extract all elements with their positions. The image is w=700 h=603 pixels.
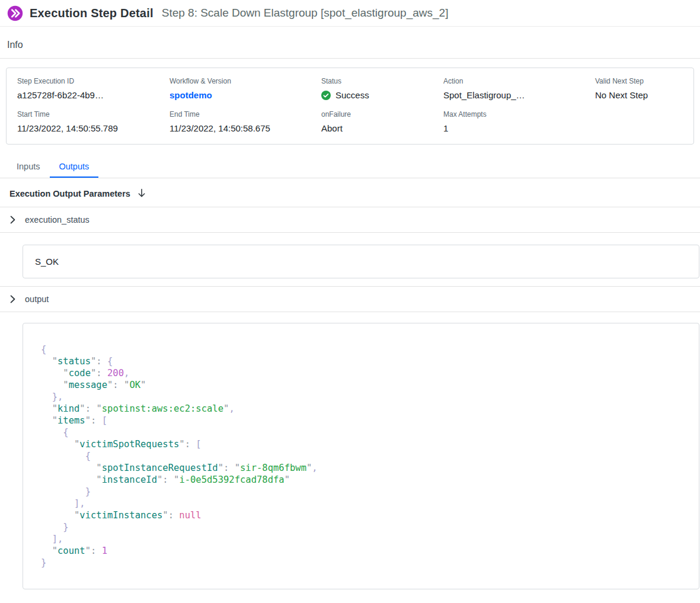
field-value: 11/23/2022, 14:50:58.675: [170, 123, 321, 133]
field-value: a125728f-6b22-4b9…: [17, 90, 170, 100]
tab-inputs[interactable]: Inputs: [7, 155, 50, 178]
field-status: Status Success: [321, 77, 443, 100]
field-label: Valid Next Step: [595, 77, 683, 85]
execution-status-value-box: S_OK: [23, 245, 699, 278]
field-value: 11/23/2022, 14:50:55.789: [17, 123, 170, 133]
field-end-time: End Time 11/23/2022, 14:50:58.675: [170, 110, 321, 133]
field-value: No Next Step: [595, 90, 683, 100]
field-label: Status: [321, 77, 443, 85]
download-arrow-icon[interactable]: [138, 188, 146, 198]
info-section-label: Info: [0, 27, 700, 59]
field-label: Step Execution ID: [17, 77, 170, 85]
field-label: onFailure: [321, 110, 443, 118]
field-workflow-version: Workflow & Version spotdemo: [170, 77, 321, 100]
page-subtitle: Step 8: Scale Down Elastgroup [spot_elas…: [162, 7, 449, 20]
page-title: Execution Step Detail: [30, 7, 154, 20]
field-value: Spot_Elastigroup_…: [443, 90, 595, 100]
output-json-code: { "status": { "code": 200, "message": "O…: [41, 344, 687, 569]
field-label: Max Attempts: [443, 110, 595, 118]
info-card: Step Execution ID a125728f-6b22-4b9… Wor…: [6, 68, 694, 145]
param-name: execution_status: [25, 215, 90, 224]
field-valid-next-step: Valid Next Step No Next Step: [595, 77, 683, 100]
output-json-box: { "status": { "code": 200, "message": "O…: [23, 323, 699, 589]
output-params-header: Execution Output Parameters: [0, 178, 700, 207]
field-label: End Time: [170, 110, 321, 118]
chevron-right-icon: [10, 216, 16, 224]
field-step-execution-id: Step Execution ID a125728f-6b22-4b9…: [17, 77, 170, 100]
field-label: Action: [443, 77, 595, 85]
chevron-right-icon: [10, 295, 16, 303]
execution-status-value: S_OK: [35, 256, 59, 267]
status-badge: Success: [335, 90, 369, 100]
field-label: Workflow & Version: [170, 77, 321, 85]
output-params-title: Execution Output Parameters: [9, 189, 130, 198]
field-action: Action Spot_Elastigroup_…: [443, 77, 595, 100]
app-logo-icon: [7, 5, 23, 21]
field-value: Abort: [321, 123, 443, 133]
tab-bar: Inputs Outputs: [0, 155, 700, 178]
field-value: 1: [443, 123, 595, 133]
workflow-link[interactable]: spotdemo: [170, 90, 321, 100]
field-label: Start Time: [17, 110, 170, 118]
page-header: Execution Step Detail Step 8: Scale Down…: [0, 0, 700, 27]
field-onfailure: onFailure Abort: [321, 110, 443, 133]
field-max-attempts: Max Attempts 1: [443, 110, 595, 133]
param-row-execution-status[interactable]: execution_status: [0, 207, 700, 233]
tab-outputs[interactable]: Outputs: [50, 155, 99, 178]
param-name: output: [25, 294, 49, 304]
field-start-time: Start Time 11/23/2022, 14:50:55.789: [17, 110, 170, 133]
param-row-output[interactable]: output: [0, 286, 700, 312]
success-check-icon: [321, 91, 331, 100]
